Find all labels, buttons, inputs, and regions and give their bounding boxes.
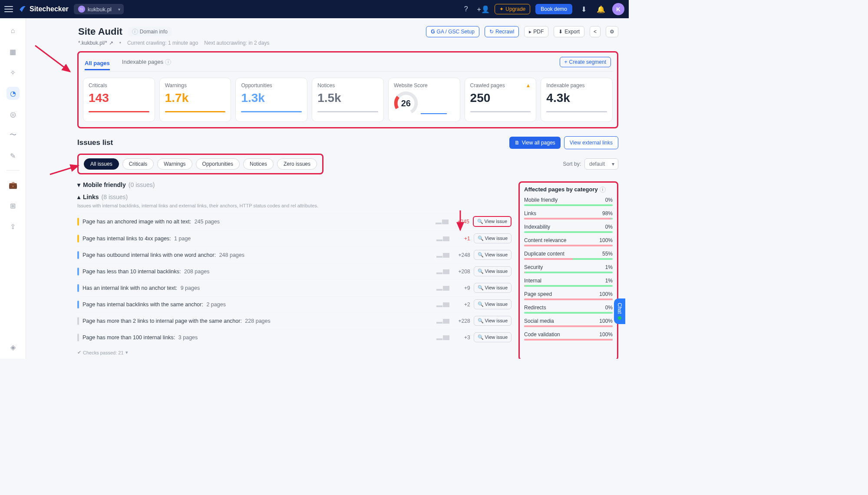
stat-criticals[interactable]: Criticals 143 [83, 78, 155, 122]
sort-select[interactable]: default [584, 158, 618, 170]
issue-text[interactable]: Page has outbound internal links with on… [83, 252, 433, 258]
sidebar-item-apps[interactable]: ⊞ [7, 199, 20, 212]
sidebar-item-diamond[interactable]: ◈ [7, 341, 20, 354]
view-issue-button[interactable]: 🔍 View issue [474, 332, 512, 342]
stat-opportunities[interactable]: Opportunities 1.3k [235, 78, 307, 122]
filter-opportunities[interactable]: Opportunities [196, 158, 240, 170]
sidebar-item-home[interactable]: ⌂ [7, 24, 20, 37]
sidebar-item-audit[interactable]: ◔ [7, 87, 20, 100]
issue-text[interactable]: Page has internal links to 4xx pages: 1 … [83, 236, 433, 242]
issue-text[interactable]: Page has more than 100 internal links: 3… [83, 334, 433, 341]
view-external-links-button[interactable]: View external links [564, 136, 618, 149]
chevron-down-icon: ▾ [77, 181, 80, 188]
download-icon[interactable]: ⬇ [578, 3, 590, 15]
sidebar-item-dashboard[interactable]: ▦ [7, 45, 20, 58]
category-name: Indexability [524, 224, 550, 230]
filter-notices[interactable]: Notices [243, 158, 274, 170]
view-issue-button[interactable]: 🔍 View issue [474, 299, 512, 309]
upgrade-button[interactable]: ✦ Upgrade [495, 4, 530, 14]
issue-row: Has an internal link with no anchor text… [77, 279, 512, 296]
category-pct: 0% [605, 224, 613, 230]
issue-row: Page has less than 10 internal backlinks… [77, 263, 512, 279]
issue-delta: +9 [453, 285, 470, 291]
share-button[interactable]: < [590, 26, 601, 37]
filter-zero[interactable]: Zero issues [277, 158, 317, 170]
sidebar-item-magic[interactable]: ✎ [7, 149, 20, 162]
category-item[interactable]: Duplicate content55% [524, 251, 613, 260]
issue-row: Page has internal backlinks with the sam… [77, 296, 512, 312]
domain-info-button[interactable]: iDomain info [128, 27, 172, 36]
group-header-mobile[interactable]: ▾ Mobile friendly (0 issues) [77, 181, 512, 188]
category-bar [524, 204, 613, 206]
view-issue-button[interactable]: 🔍 View issue [473, 216, 512, 227]
category-item[interactable]: Redirects0% [524, 305, 613, 314]
stat-warnings[interactable]: Warnings 1.7k [159, 78, 231, 122]
filter-criticals[interactable]: Criticals [122, 158, 154, 170]
category-item[interactable]: Page speed100% [524, 291, 613, 300]
content-columns: ▾ Mobile friendly (0 issues) ▴ Links (8 … [77, 181, 618, 359]
domain-selector[interactable]: N kukbuk.pl [74, 4, 124, 14]
sidebar-item-briefcase[interactable]: 💼 [7, 178, 20, 191]
issue-text[interactable]: Page has internal backlinks with the sam… [83, 302, 433, 308]
group-header-links[interactable]: ▴ Links (8 issues) [77, 193, 512, 200]
pdf-button[interactable]: ▸ PDF [524, 26, 548, 37]
brand-logo[interactable]: Sitechecker [18, 5, 69, 13]
sparkline-icon [436, 219, 449, 224]
view-all-pages-button[interactable]: 🗎 View all pages [509, 137, 561, 149]
issue-text[interactable]: Page has less than 10 internal backlinks… [83, 269, 433, 275]
chat-button[interactable]: Chat [614, 298, 625, 324]
export-button[interactable]: ⬇ Export [554, 26, 584, 37]
sidebar-item-share[interactable]: ⇪ [7, 220, 20, 233]
issue-text[interactable]: Page has more than 2 links to internal p… [83, 318, 433, 324]
group-links: ▴ Links (8 issues) Issues with internal … [77, 193, 512, 355]
ga-gsc-button[interactable]: G GA / GSC Setup [426, 26, 479, 37]
view-issue-button[interactable]: 🔍 View issue [474, 283, 512, 293]
stat-notices[interactable]: Notices 1.5k [312, 78, 384, 122]
sidebar-item-trends[interactable]: 〜 [7, 128, 20, 141]
stat-crawled[interactable]: ▲ Crawled pages 250 [465, 78, 537, 122]
avatar[interactable]: K [612, 3, 624, 15]
tab-all-pages[interactable]: All pages [85, 57, 110, 70]
create-segment-button[interactable]: + Create segment [560, 57, 611, 67]
view-issue-button[interactable]: 🔍 View issue [474, 266, 512, 276]
category-item[interactable]: Social media100% [524, 318, 613, 327]
view-issue-button[interactable]: 🔍 View issue [474, 316, 512, 326]
issues-title: Issues list [77, 138, 509, 147]
filter-warnings[interactable]: Warnings [157, 158, 192, 170]
issue-text[interactable]: Page has an anchored image with no alt t… [83, 219, 432, 225]
stat-website-score[interactable]: Website Score 26 [388, 78, 460, 122]
view-issue-button[interactable]: 🔍 View issue [474, 233, 512, 243]
category-name: Content relevance [524, 237, 566, 243]
category-item[interactable]: Internal1% [524, 278, 613, 287]
tab-indexable[interactable]: Indexable pages i [122, 56, 171, 68]
stat-indexable[interactable]: Indexable pages 4.3k [541, 78, 613, 122]
hamburger-menu[interactable] [4, 6, 13, 12]
category-item[interactable]: Indexability0% [524, 224, 613, 233]
category-item[interactable]: Code validation100% [524, 331, 613, 341]
add-user-icon[interactable]: +👤 [477, 3, 489, 15]
sparkline-icon [436, 285, 449, 291]
category-item[interactable]: Content relevance100% [524, 237, 613, 246]
category-item[interactable]: Links98% [524, 210, 613, 220]
settings-button[interactable]: ⚙ [606, 26, 618, 37]
scope-link[interactable]: *.kukbuk.pl/* ↗ [78, 40, 113, 46]
category-bar [524, 245, 613, 246]
group-mobile: ▾ Mobile friendly (0 issues) [77, 181, 512, 188]
group-name: Mobile friendly [83, 181, 126, 188]
category-item[interactable]: Security1% [524, 264, 613, 273]
sidebar-item-search[interactable]: ✧ [7, 66, 20, 79]
book-demo-button[interactable]: Book demo [535, 4, 572, 14]
issue-text[interactable]: Has an internal link with no anchor text… [83, 285, 433, 291]
category-pct: 100% [599, 237, 613, 243]
checks-passed[interactable]: ✔ Checks passed: 21 ▾ [77, 350, 512, 355]
help-icon[interactable]: ? [460, 3, 472, 15]
sparkline-icon [436, 236, 449, 241]
bell-icon[interactable]: 🔔 [595, 3, 607, 15]
category-bar [524, 325, 613, 327]
filter-all[interactable]: All issues [84, 158, 119, 170]
sidebar-item-target[interactable]: ◎ [7, 108, 20, 121]
recrawl-button[interactable]: ↻ Recrawl [485, 26, 519, 37]
view-issue-button[interactable]: 🔍 View issue [474, 250, 512, 260]
category-name: Page speed [524, 291, 552, 297]
category-item[interactable]: Mobile friendly0% [524, 197, 613, 206]
